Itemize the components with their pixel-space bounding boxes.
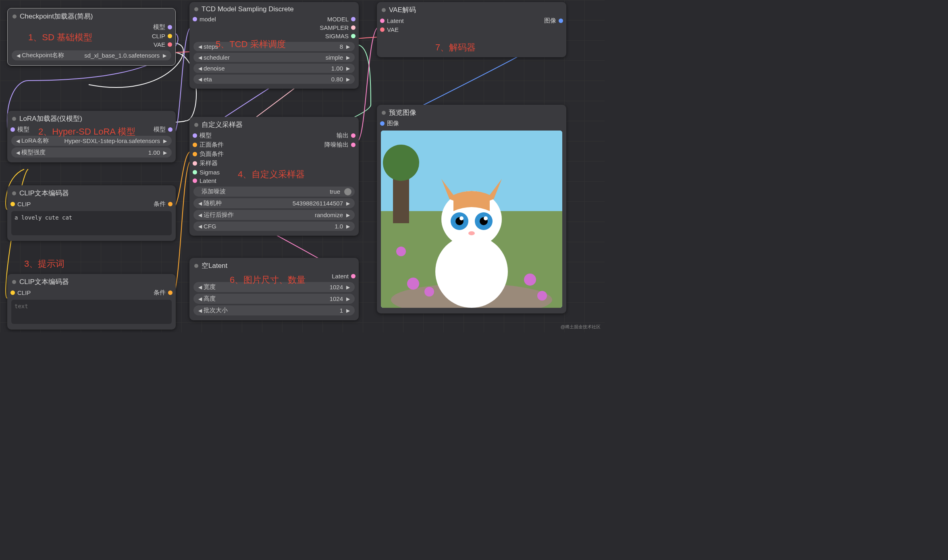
chevron-right-icon[interactable]: ▶ — [345, 55, 351, 60]
chevron-right-icon[interactable]: ▶ — [345, 66, 351, 71]
port-sigmas-out[interactable] — [351, 34, 356, 38]
param-batch[interactable]: ◀批次大小1▶ — [193, 305, 355, 315]
chevron-left-icon[interactable]: ◀ — [15, 150, 21, 156]
preview-image — [381, 131, 562, 308]
port-latent-out[interactable] — [351, 274, 356, 278]
svg-point-14 — [524, 274, 536, 286]
port-model-in[interactable] — [193, 133, 197, 138]
param-seed[interactable]: ◀随机种543988261144507▶ — [193, 198, 355, 208]
param-after-gen[interactable]: ◀运行后操作randomize▶ — [193, 210, 355, 220]
param-height[interactable]: ◀高度1024▶ — [193, 294, 355, 304]
port-output[interactable] — [351, 133, 356, 138]
port-image-out[interactable] — [559, 19, 563, 23]
svg-point-15 — [537, 291, 547, 301]
node-title: VAE解码 — [389, 5, 416, 15]
port-neg-in[interactable] — [193, 152, 197, 156]
chevron-right-icon[interactable]: ▶ — [162, 150, 168, 156]
chevron-right-icon[interactable]: ▶ — [161, 53, 168, 58]
node-title: Checkpoint加载器(简易) — [20, 12, 93, 21]
port-image-in[interactable] — [380, 121, 385, 126]
port-model-out[interactable] — [168, 25, 172, 29]
prompt-textarea[interactable]: text — [11, 300, 172, 324]
param-lora-strength[interactable]: ◀ 模型强度 1.00 ▶ — [11, 147, 172, 158]
port-sampler-out[interactable] — [351, 25, 356, 30]
param-width[interactable]: ◀宽度1024▶ — [193, 282, 355, 292]
port-vae-in[interactable] — [380, 27, 385, 32]
port-model-out[interactable] — [351, 17, 356, 21]
port-model-in[interactable] — [10, 127, 15, 132]
port-cond-out[interactable] — [168, 202, 173, 206]
port-sigmas-in[interactable] — [193, 170, 197, 174]
node-title: LoRA加载器(仅模型) — [19, 114, 82, 123]
svg-point-18 — [383, 145, 419, 181]
port-pos-in[interactable] — [193, 143, 197, 147]
annotation-3: 3、提示词 — [24, 258, 64, 270]
chevron-left-icon[interactable]: ◀ — [197, 201, 204, 206]
param-denoise[interactable]: ◀denoise1.00▶ — [193, 64, 355, 73]
node-title: 预览图像 — [389, 108, 416, 117]
chevron-left-icon[interactable]: ◀ — [197, 55, 204, 60]
svg-point-9 — [459, 216, 464, 220]
chevron-right-icon[interactable]: ▶ — [345, 284, 351, 290]
node-vae-decode[interactable]: VAE解码 Latent图像 VAE — [377, 2, 566, 57]
chevron-right-icon[interactable]: ▶ — [345, 77, 351, 82]
port-denoised-out[interactable] — [351, 143, 356, 147]
chevron-left-icon[interactable]: ◀ — [197, 224, 204, 229]
node-preview-image[interactable]: 预览图像 图像 — [377, 105, 566, 313]
param-cfg[interactable]: ◀CFG1.0▶ — [193, 222, 355, 231]
watermark: @稀土掘金技术社区 — [561, 324, 601, 330]
port-cond-out[interactable] — [168, 290, 173, 295]
node-title: 自定义采样器 — [202, 120, 243, 129]
chevron-right-icon[interactable]: ▶ — [345, 224, 351, 229]
param-add-noise[interactable]: 添加噪波true — [193, 187, 355, 197]
param-checkpoint-name[interactable]: ◀ Checkpoint名称 sd_xl_base_1.0.safetensor… — [12, 50, 171, 60]
chevron-left-icon[interactable]: ◀ — [197, 284, 204, 290]
param-scheduler[interactable]: ◀schedulersimple▶ — [193, 53, 355, 62]
chevron-right-icon[interactable]: ▶ — [345, 296, 351, 302]
svg-point-13 — [424, 287, 434, 297]
chevron-right-icon[interactable]: ▶ — [345, 308, 351, 313]
chevron-left-icon[interactable]: ◀ — [197, 77, 204, 82]
chevron-right-icon[interactable]: ▶ — [162, 138, 168, 144]
chevron-left-icon[interactable]: ◀ — [15, 53, 22, 58]
chevron-right-icon[interactable]: ▶ — [345, 201, 351, 206]
port-sampler-in[interactable] — [193, 161, 197, 166]
node-checkpoint-loader[interactable]: Checkpoint加载器(简易) 模型 CLIP VAE ◀ Checkpoi… — [7, 8, 176, 66]
node-empty-latent[interactable]: 空Latent Latent ◀宽度1024▶ ◀高度1024▶ ◀批次大小1▶ — [189, 258, 359, 320]
port-clip-in[interactable] — [10, 290, 15, 295]
node-title: TCD Model Sampling Discrete — [202, 5, 294, 13]
port-clip-out[interactable] — [168, 34, 172, 38]
port-latent-in[interactable] — [193, 178, 197, 183]
port-latent-in[interactable] — [380, 19, 385, 23]
svg-point-12 — [407, 278, 419, 290]
node-clip-encoder-negative[interactable]: CLIP文本编码器 CLIP 条件 text — [7, 274, 176, 330]
svg-point-10 — [484, 216, 488, 220]
port-clip-in[interactable] — [10, 202, 15, 206]
node-title: 空Latent — [202, 261, 227, 270]
chevron-left-icon[interactable]: ◀ — [197, 308, 204, 313]
param-steps[interactable]: ◀steps8▶ — [193, 42, 355, 51]
chevron-left-icon[interactable]: ◀ — [197, 296, 204, 302]
node-title: CLIP文本编码器 — [19, 277, 69, 286]
chevron-left-icon[interactable]: ◀ — [197, 66, 204, 71]
node-lora-loader[interactable]: LoRA加载器(仅模型) 模型 模型 ◀ LoRA名称 Hyper-SDXL-1… — [7, 111, 176, 162]
node-custom-sampler[interactable]: 自定义采样器 模型输出 正面条件降噪输出 负面条件 采样器 Sigmas Lat… — [189, 117, 359, 236]
param-lora-name[interactable]: ◀ LoRA名称 Hyper-SDXL-1step-lora.safetenso… — [11, 136, 172, 146]
port-model-in[interactable] — [193, 17, 197, 21]
svg-point-11 — [468, 231, 475, 235]
node-clip-encoder-positive[interactable]: CLIP文本编码器 CLIP 条件 a lovely cute cat — [7, 185, 176, 241]
node-tcd-sampling[interactable]: TCD Model Sampling Discrete model MODEL … — [189, 2, 359, 89]
port-model-out[interactable] — [168, 127, 173, 132]
chevron-right-icon[interactable]: ▶ — [345, 212, 351, 218]
svg-point-16 — [396, 247, 406, 256]
chevron-left-icon[interactable]: ◀ — [197, 44, 204, 50]
toggle-icon[interactable] — [344, 188, 351, 195]
chevron-left-icon[interactable]: ◀ — [15, 138, 21, 144]
param-eta[interactable]: ◀eta0.80▶ — [193, 75, 355, 84]
node-title: CLIP文本编码器 — [19, 189, 69, 198]
chevron-left-icon[interactable]: ◀ — [197, 212, 204, 218]
prompt-textarea[interactable]: a lovely cute cat — [11, 211, 172, 235]
port-vae-out[interactable] — [168, 42, 172, 47]
chevron-right-icon[interactable]: ▶ — [345, 44, 351, 50]
node-canvas[interactable]: Checkpoint加载器(简易) 模型 CLIP VAE ◀ Checkpoi… — [0, 0, 605, 332]
